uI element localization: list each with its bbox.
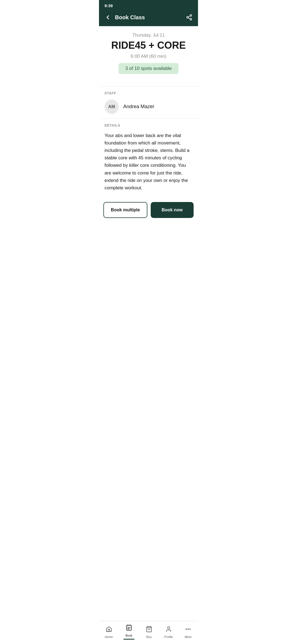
details-text: Your abs and lower back are the vital fo… — [105, 132, 193, 192]
class-name: RIDE45 + CORE — [105, 40, 193, 51]
staff-name: Andrea Mazer — [123, 104, 154, 110]
details-section-title: DETAILS — [105, 124, 193, 127]
status-time: 9:38 — [105, 3, 113, 8]
bottom-spacer — [99, 222, 198, 244]
spots-badge: 3 of 10 spots available — [119, 63, 178, 74]
class-time: 6:00 AM (60 min) — [105, 54, 193, 59]
staff-section: STAFF AM Andrea Mazer — [99, 86, 198, 114]
class-info: Thursday, Jul 11 RIDE45 + CORE 6:00 AM (… — [99, 26, 198, 82]
page-title: Book Class — [115, 14, 145, 21]
staff-item: AM Andrea Mazer — [105, 100, 193, 114]
back-button[interactable] — [103, 13, 112, 22]
avatar: AM — [105, 100, 119, 114]
status-bar: 9:38 — [99, 0, 198, 10]
book-now-button[interactable]: Book now — [151, 202, 194, 218]
book-multiple-button[interactable]: Book multiple — [103, 202, 147, 218]
details-section: DETAILS Your abs and lower back are the … — [99, 119, 198, 197]
staff-section-title: STAFF — [105, 91, 193, 95]
header: Book Class — [99, 10, 198, 26]
class-date: Thursday, Jul 11 — [105, 33, 193, 38]
svg-line-3 — [188, 18, 190, 19]
svg-line-4 — [188, 16, 190, 17]
action-buttons: Book multiple Book now — [99, 197, 198, 222]
share-button[interactable] — [185, 13, 194, 22]
header-left: Book Class — [103, 13, 145, 22]
